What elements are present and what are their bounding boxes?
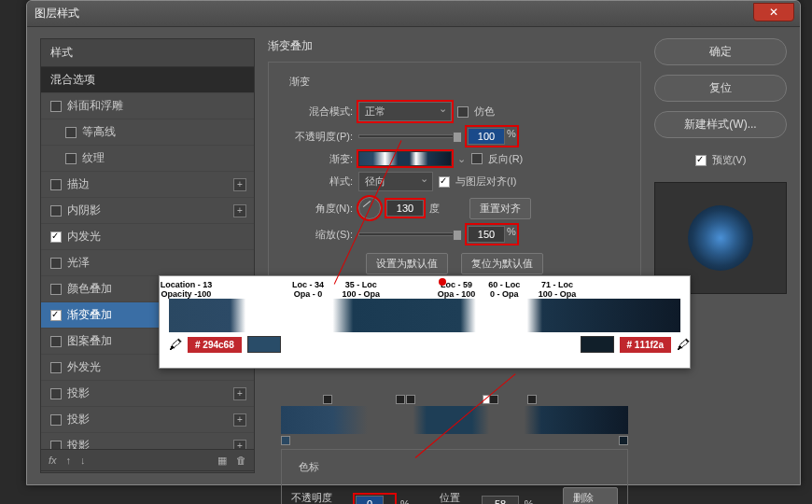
titlebar[interactable]: 图层样式 ✕ <box>27 1 800 27</box>
align-label: 与图层对齐(I) <box>455 175 516 189</box>
stop-opacity-input[interactable]: 0 <box>356 496 384 505</box>
effect-checkbox[interactable] <box>50 284 62 295</box>
sidebar-item-12[interactable]: 投影+ <box>41 407 254 433</box>
stop-label: 60 - Loc0 - Opa <box>488 280 520 299</box>
swatch-left[interactable] <box>247 336 281 353</box>
opacity-input[interactable]: 100 <box>468 128 505 145</box>
opacity-slider[interactable] <box>358 134 461 138</box>
reset-align-button[interactable]: 重置对齐 <box>469 198 531 219</box>
section-title: 渐变叠加 <box>268 38 641 54</box>
stop-label: Location - 13Opacity -100 <box>161 280 213 299</box>
new-style-button[interactable]: 新建样式(W)... <box>654 111 787 138</box>
hex-left: # 294c68 <box>188 337 242 353</box>
color-picker-icon-right[interactable]: 🖍 <box>677 337 690 352</box>
effect-checkbox[interactable] <box>50 362 62 373</box>
gradient-editor[interactable] <box>281 406 628 434</box>
angle-label: 角度(N): <box>282 202 353 216</box>
trash-icon[interactable]: 🗑 <box>236 455 246 466</box>
blend-mode-label: 混合模式: <box>282 105 353 119</box>
reverse-label: 反向(R) <box>488 152 523 166</box>
add-effect-icon[interactable]: + <box>233 387 246 400</box>
effect-checkbox[interactable] <box>65 127 77 138</box>
stop-label: 71 - Loc100 - Opa <box>539 280 577 299</box>
sidebar-item-1[interactable]: 等高线 <box>41 119 254 146</box>
sidebar-item-2[interactable]: 纹理 <box>41 146 254 172</box>
gradient-stops-overlay: Location - 13Opacity -100Loc - 34Opa - 0… <box>159 275 691 369</box>
effect-checkbox[interactable] <box>50 231 62 243</box>
stops-legend: 色标 <box>295 460 323 474</box>
arrow-up-icon[interactable]: ↑ <box>66 455 72 466</box>
add-icon[interactable]: ▦ <box>217 455 227 467</box>
set-default-button[interactable]: 设置为默认值 <box>366 253 448 274</box>
color-picker-icon[interactable]: 🖍 <box>169 337 182 352</box>
delete-stop-button[interactable]: 删除(D) <box>563 487 618 504</box>
effect-checkbox[interactable] <box>50 205 62 217</box>
effect-checkbox[interactable] <box>50 179 62 190</box>
effect-checkbox[interactable] <box>50 258 62 269</box>
stop-position-input[interactable]: 58 <box>482 496 519 505</box>
style-label: 样式: <box>282 175 353 189</box>
overlay-gradient-bar <box>169 299 680 332</box>
annotation-dot <box>439 278 446 286</box>
gradient-label: 渐变: <box>282 152 353 166</box>
main-panel: 渐变叠加 渐变 混合模式: 正常 仿色 不透明度(P): 100% 渐变: <box>268 38 641 473</box>
layer-style-dialog: 图层样式 ✕ 样式 混合选项 斜面和浮雕等高线纹理描边+内阴影+内发光光泽颜色叠… <box>26 0 801 485</box>
sidebar-item-0[interactable]: 斜面和浮雕 <box>41 93 254 119</box>
effect-checkbox[interactable] <box>50 310 62 321</box>
scale-slider[interactable] <box>358 232 461 236</box>
add-effect-icon[interactable]: + <box>233 413 246 427</box>
effect-checkbox[interactable] <box>50 336 62 347</box>
arrow-down-icon[interactable]: ↓ <box>80 455 86 466</box>
scale-input[interactable]: 150 <box>468 226 505 243</box>
angle-input[interactable]: 130 <box>386 200 424 217</box>
align-checkbox[interactable] <box>439 176 450 188</box>
color-stop-controls: 色标 不透明度(O): 0 ⌄ % 位置(C): 58 % 删除(D) <box>281 449 628 504</box>
effect-checkbox[interactable] <box>50 388 62 399</box>
sidebar-footer: fx ↑ ↓ ▦ 🗑 <box>40 449 255 471</box>
right-column: 确定 复位 新建样式(W)... 预览(V) <box>654 38 787 473</box>
legend-gradient: 渐变 <box>286 75 314 89</box>
blend-mode-select[interactable]: 正常 <box>358 102 452 121</box>
add-effect-icon[interactable]: + <box>233 178 246 191</box>
sidebar-item-5[interactable]: 内发光 <box>41 224 254 250</box>
preview-checkbox[interactable] <box>695 155 707 166</box>
stop-opacity-label: 不透明度(O): <box>291 491 349 504</box>
sidebar-item-6[interactable]: 光泽 <box>41 250 254 276</box>
reset-default-button[interactable]: 复位为默认值 <box>461 253 543 274</box>
ok-button[interactable]: 确定 <box>654 38 787 65</box>
close-button[interactable]: ✕ <box>753 3 794 21</box>
effect-checkbox[interactable] <box>50 101 62 112</box>
reverse-checkbox[interactable] <box>471 153 483 164</box>
stop-label: Loc - 34Opa - 0 <box>292 280 324 299</box>
sidebar-item-4[interactable]: 内阴影+ <box>41 198 254 224</box>
cancel-button[interactable]: 复位 <box>654 75 787 102</box>
effect-checkbox[interactable] <box>65 153 77 164</box>
preview-label: 预览(V) <box>712 153 747 167</box>
fx-icon[interactable]: fx <box>49 455 57 466</box>
gradient-fieldset: 渐变 混合模式: 正常 仿色 不透明度(P): 100% 渐变: ⌄ <box>268 62 641 294</box>
sidebar-item-3[interactable]: 描边+ <box>41 172 254 198</box>
style-select[interactable]: 径向 <box>358 172 433 191</box>
sidebar-header: 样式 <box>41 39 254 67</box>
effect-checkbox[interactable] <box>50 414 62 426</box>
sidebar-blend-options[interactable]: 混合选项 <box>41 67 254 93</box>
scale-label: 缩放(S): <box>282 228 353 242</box>
styles-sidebar: 样式 混合选项 斜面和浮雕等高线纹理描边+内阴影+内发光光泽颜色叠加+渐变叠加+… <box>40 38 255 473</box>
add-effect-icon[interactable]: + <box>233 204 246 217</box>
sidebar-item-11[interactable]: 投影+ <box>41 381 254 407</box>
opacity-label: 不透明度(P): <box>282 130 353 144</box>
stop-position-label: 位置(C): <box>440 491 477 504</box>
dither-checkbox[interactable] <box>457 106 469 118</box>
dither-label: 仿色 <box>474 105 495 119</box>
swatch-right[interactable] <box>581 336 614 353</box>
hex-right: # 111f2a <box>620 337 671 353</box>
stop-label: 35 - Loc100 - Opa <box>343 280 381 299</box>
window-title: 图层样式 <box>35 6 79 21</box>
gradient-preview[interactable] <box>358 151 452 166</box>
